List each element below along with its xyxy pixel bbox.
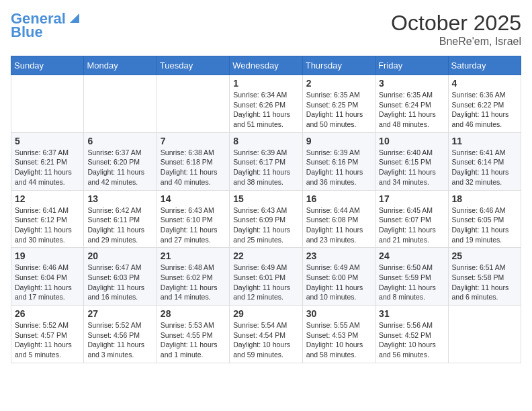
day-number: 19 (15, 250, 80, 261)
day-number: 10 (379, 136, 444, 146)
calendar-cell: 3Sunrise: 6:35 AM Sunset: 6:24 PM Daylig… (375, 75, 448, 133)
day-number: 4 (452, 78, 517, 89)
day-number: 6 (87, 136, 152, 146)
day-info: Sunrise: 6:43 AM Sunset: 6:09 PM Dayligh… (233, 205, 298, 245)
day-number: 28 (161, 308, 226, 319)
calendar-cell: 28Sunrise: 5:53 AM Sunset: 4:55 PM Dayli… (157, 306, 229, 363)
day-number: 15 (233, 193, 298, 204)
day-number: 12 (15, 193, 80, 204)
calendar-cell: 14Sunrise: 6:43 AM Sunset: 6:10 PM Dayli… (157, 190, 229, 248)
day-number: 11 (452, 136, 517, 146)
calendar-cell: 18Sunrise: 6:46 AM Sunset: 6:05 PM Dayli… (448, 190, 521, 248)
day-number: 2 (306, 78, 371, 89)
calendar-cell: 5Sunrise: 6:37 AM Sunset: 6:21 PM Daylig… (11, 132, 84, 190)
calendar-week-row: 5Sunrise: 6:37 AM Sunset: 6:21 PM Daylig… (11, 132, 521, 190)
day-info: Sunrise: 6:37 AM Sunset: 6:20 PM Dayligh… (87, 148, 152, 187)
day-number: 13 (87, 193, 152, 204)
day-info: Sunrise: 6:47 AM Sunset: 6:03 PM Dayligh… (87, 263, 152, 302)
weekday-header-row: SundayMondayTuesdayWednesdayThursdayFrid… (11, 56, 521, 75)
day-number: 5 (15, 136, 80, 146)
weekday-header: Monday (84, 56, 157, 75)
day-number: 30 (306, 308, 371, 319)
day-number: 9 (306, 136, 371, 146)
month-title: October 2025 (391, 11, 521, 36)
calendar-cell: 24Sunrise: 6:50 AM Sunset: 5:59 PM Dayli… (375, 248, 448, 306)
weekday-header: Wednesday (230, 56, 302, 75)
calendar-cell: 26Sunrise: 5:52 AM Sunset: 4:57 PM Dayli… (11, 306, 84, 363)
calendar-week-row: 19Sunrise: 6:46 AM Sunset: 6:04 PM Dayli… (11, 248, 521, 306)
day-number: 17 (379, 193, 444, 204)
calendar-cell (157, 75, 229, 133)
logo-icon (67, 11, 79, 23)
calendar-cell: 30Sunrise: 5:55 AM Sunset: 4:53 PM Dayli… (302, 306, 375, 363)
calendar-cell (84, 75, 157, 133)
page-header: General Blue October 2025 BneRe'em, Isra… (11, 11, 521, 48)
calendar-cell: 10Sunrise: 6:40 AM Sunset: 6:15 PM Dayli… (375, 132, 448, 190)
day-number: 14 (161, 193, 226, 204)
day-info: Sunrise: 6:39 AM Sunset: 6:16 PM Dayligh… (306, 148, 371, 187)
calendar-cell: 23Sunrise: 6:49 AM Sunset: 6:00 PM Dayli… (302, 248, 375, 306)
day-number: 21 (161, 250, 226, 261)
day-info: Sunrise: 5:55 AM Sunset: 4:53 PM Dayligh… (306, 320, 371, 360)
calendar-cell (448, 306, 521, 363)
calendar-cell: 20Sunrise: 6:47 AM Sunset: 6:03 PM Dayli… (84, 248, 157, 306)
day-info: Sunrise: 5:54 AM Sunset: 4:54 PM Dayligh… (233, 320, 298, 360)
day-info: Sunrise: 6:48 AM Sunset: 6:02 PM Dayligh… (161, 263, 226, 302)
day-info: Sunrise: 5:52 AM Sunset: 4:57 PM Dayligh… (15, 320, 80, 360)
weekday-header: Thursday (302, 56, 375, 75)
calendar-cell: 7Sunrise: 6:38 AM Sunset: 6:18 PM Daylig… (157, 132, 229, 190)
day-info: Sunrise: 6:41 AM Sunset: 6:14 PM Dayligh… (452, 148, 517, 187)
day-number: 24 (379, 250, 444, 261)
calendar-cell: 29Sunrise: 5:54 AM Sunset: 4:54 PM Dayli… (230, 306, 302, 363)
weekday-header: Sunday (11, 56, 84, 75)
calendar-cell: 19Sunrise: 6:46 AM Sunset: 6:04 PM Dayli… (11, 248, 84, 306)
day-info: Sunrise: 6:35 AM Sunset: 6:25 PM Dayligh… (306, 90, 371, 130)
calendar-cell: 6Sunrise: 6:37 AM Sunset: 6:20 PM Daylig… (84, 132, 157, 190)
calendar-cell: 21Sunrise: 6:48 AM Sunset: 6:02 PM Dayli… (157, 248, 229, 306)
svg-marker-0 (70, 13, 79, 23)
day-number: 25 (452, 250, 517, 261)
calendar-cell: 8Sunrise: 6:39 AM Sunset: 6:17 PM Daylig… (230, 132, 302, 190)
calendar-cell: 4Sunrise: 6:36 AM Sunset: 6:22 PM Daylig… (448, 75, 521, 133)
day-info: Sunrise: 6:51 AM Sunset: 5:58 PM Dayligh… (452, 263, 517, 302)
calendar-week-row: 12Sunrise: 6:41 AM Sunset: 6:12 PM Dayli… (11, 190, 521, 248)
calendar-week-row: 26Sunrise: 5:52 AM Sunset: 4:57 PM Dayli… (11, 306, 521, 363)
day-number: 20 (87, 250, 152, 261)
calendar-table: SundayMondayTuesdayWednesdayThursdayFrid… (11, 56, 521, 363)
day-info: Sunrise: 6:36 AM Sunset: 6:22 PM Dayligh… (452, 90, 517, 130)
day-info: Sunrise: 6:43 AM Sunset: 6:10 PM Dayligh… (161, 205, 226, 245)
logo-text-blue: Blue (11, 24, 43, 40)
day-number: 27 (87, 308, 152, 319)
calendar-cell: 27Sunrise: 5:52 AM Sunset: 4:56 PM Dayli… (84, 306, 157, 363)
day-number: 7 (161, 136, 226, 146)
day-info: Sunrise: 6:42 AM Sunset: 6:11 PM Dayligh… (87, 205, 152, 245)
weekday-header: Friday (375, 56, 448, 75)
calendar-cell: 1Sunrise: 6:34 AM Sunset: 6:26 PM Daylig… (230, 75, 302, 133)
weekday-header: Saturday (448, 56, 521, 75)
day-number: 22 (233, 250, 298, 261)
day-number: 23 (306, 250, 371, 261)
day-info: Sunrise: 6:49 AM Sunset: 6:00 PM Dayligh… (306, 263, 371, 302)
weekday-header: Tuesday (157, 56, 229, 75)
day-number: 8 (233, 136, 298, 146)
day-info: Sunrise: 6:39 AM Sunset: 6:17 PM Dayligh… (233, 148, 298, 187)
day-info: Sunrise: 5:53 AM Sunset: 4:55 PM Dayligh… (161, 320, 226, 360)
day-info: Sunrise: 6:45 AM Sunset: 6:07 PM Dayligh… (379, 205, 444, 245)
calendar-cell: 9Sunrise: 6:39 AM Sunset: 6:16 PM Daylig… (302, 132, 375, 190)
location: BneRe'em, Israel (391, 36, 521, 48)
day-info: Sunrise: 5:56 AM Sunset: 4:52 PM Dayligh… (379, 320, 444, 360)
day-number: 16 (306, 193, 371, 204)
day-number: 31 (379, 308, 444, 319)
day-info: Sunrise: 5:52 AM Sunset: 4:56 PM Dayligh… (87, 320, 152, 360)
day-number: 18 (452, 193, 517, 204)
calendar-cell: 22Sunrise: 6:49 AM Sunset: 6:01 PM Dayli… (230, 248, 302, 306)
day-info: Sunrise: 6:34 AM Sunset: 6:26 PM Dayligh… (233, 90, 298, 130)
title-block: October 2025 BneRe'em, Israel (391, 11, 521, 48)
day-info: Sunrise: 6:46 AM Sunset: 6:05 PM Dayligh… (452, 205, 517, 245)
day-number: 1 (233, 78, 298, 89)
day-number: 3 (379, 78, 444, 89)
calendar-week-row: 1Sunrise: 6:34 AM Sunset: 6:26 PM Daylig… (11, 75, 521, 133)
calendar-cell: 13Sunrise: 6:42 AM Sunset: 6:11 PM Dayli… (84, 190, 157, 248)
day-number: 29 (233, 308, 298, 319)
logo: General Blue (11, 11, 79, 40)
